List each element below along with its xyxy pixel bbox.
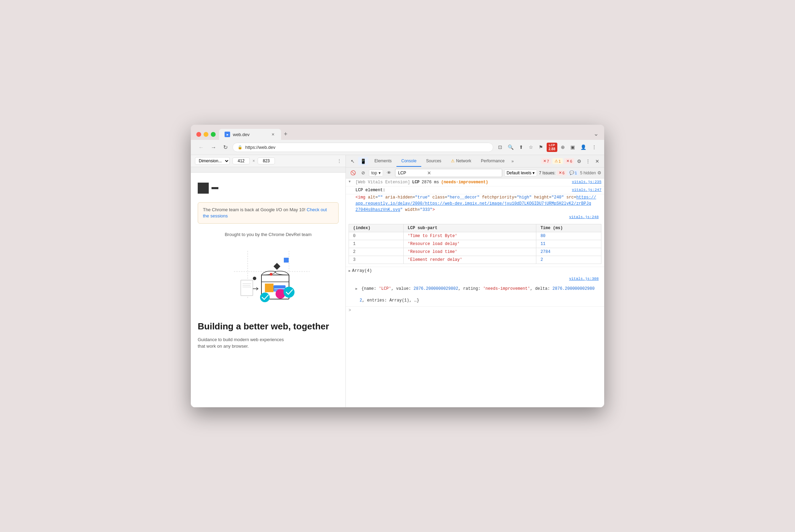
img-tag-content: <img alt="" aria-hidden="true" class="he… <box>355 195 596 200</box>
vitals-file-ref-1[interactable]: vitals.js:235 <box>572 180 601 184</box>
notification-banner: The Chrome team is back at Google I/O on… <box>198 202 339 224</box>
flag-button[interactable]: ⚑ <box>537 143 545 151</box>
img-src-attr: src <box>566 195 574 200</box>
vitals-file-ref-2[interactable]: vitals.js:247 <box>572 188 601 192</box>
console-filter-input[interactable] <box>398 171 426 175</box>
table-cell-time: 2784 <box>536 248 601 256</box>
notification-text: The Chrome team is back at Google I/O on… <box>203 207 306 212</box>
tab-performance[interactable]: Performance <box>476 156 509 167</box>
extensions-button[interactable]: ⊕ <box>559 143 567 151</box>
browser-tab[interactable]: ▸ web.dev ✕ <box>219 129 281 140</box>
table-row: 0'Time to First Byte'80 <box>349 232 601 240</box>
back-button[interactable]: ← <box>196 143 206 152</box>
console-toolbar: 🚫 ⊘ top ▾ 👁 ✕ Default levels ▾ 7 Issues: <box>346 167 604 178</box>
page-illustration <box>220 244 323 306</box>
img-src-link3[interactable]: 2704Hs8haszVnK.svg <box>355 207 400 212</box>
split-button[interactable]: ▣ <box>568 143 577 151</box>
close-window-button[interactable] <box>196 132 201 137</box>
devtools-actions: ✕ 7 ⚠ 1 ✕ 6 ⚙ ⋮ ✕ <box>541 157 601 165</box>
table-cell-time: 2 <box>536 256 601 264</box>
devtools-tabs: Elements Console Sources ⚠ Network Perfo… <box>370 156 540 167</box>
issues-settings-icon[interactable]: ⚙ <box>597 170 601 175</box>
console-prompt[interactable]: > <box>346 307 604 314</box>
log-levels-button[interactable]: Default levels ▾ <box>504 170 537 176</box>
share-button[interactable]: ⬆ <box>517 143 525 151</box>
tab-close-button[interactable]: ✕ <box>270 132 276 137</box>
filter-clear-button[interactable]: ✕ <box>427 170 431 176</box>
img-close-tag: > <box>432 207 435 212</box>
img-src-link2[interactable]: app.requestly.io/delay/2000/https://web-… <box>355 201 591 206</box>
eye-filter-button[interactable]: 👁 <box>385 169 393 176</box>
object-expand-button[interactable]: ▶ <box>355 287 358 291</box>
console-output[interactable]: ▼ vitals.js:235 [Web Vitals Extension] L… <box>346 178 604 407</box>
new-tab-button[interactable]: + <box>281 129 290 139</box>
subtext-line1: Guidance to build modern web experiences <box>198 337 284 342</box>
cast-button[interactable]: ⊡ <box>496 143 504 151</box>
reload-button[interactable]: ↻ <box>221 143 230 152</box>
svg-rect-13 <box>284 258 289 263</box>
search-button[interactable]: 🔍 <box>506 143 516 151</box>
array-expand-icon[interactable]: ▶ <box>349 269 351 273</box>
more-tabs-button[interactable]: » <box>509 156 516 166</box>
page-subtext: Guidance to build modern web experiences… <box>198 336 339 350</box>
viewport-height-input[interactable] <box>258 157 275 164</box>
device-emulation-button[interactable]: 📱 <box>358 157 368 165</box>
table-row: 1'Resource load delay'11 <box>349 240 601 248</box>
devtools-close-button[interactable]: ✕ <box>593 157 601 165</box>
console-entry-array: ▶ Array(4) <box>346 267 604 275</box>
devtools-more-button[interactable]: ⋮ <box>584 157 592 165</box>
img-src-end: 2704Hs8haszVnK.svg" width="333"> <box>355 207 435 212</box>
context-selector[interactable]: top ▾ <box>369 170 383 176</box>
viewport-width-input[interactable] <box>233 157 250 164</box>
img-fetch-val: "high" <box>517 195 531 200</box>
svg-point-19 <box>260 293 270 302</box>
img-width-val: "333" <box>420 207 432 212</box>
img-src-link[interactable]: https:// <box>576 195 596 200</box>
page-content: The Chrome team is back at Google I/O on… <box>191 173 345 407</box>
img-open-tag: <img <box>355 195 368 200</box>
address-bar[interactable]: 🔒 https://web.dev <box>233 143 493 152</box>
tab-sources[interactable]: Sources <box>421 156 446 167</box>
img-height-val: "240" <box>551 195 564 200</box>
dimension-more-icon[interactable]: ⋮ <box>337 158 341 163</box>
address-text: https://web.dev <box>245 145 488 150</box>
tab-network[interactable]: ⚠ Network <box>446 156 476 167</box>
error2-count: 6 <box>570 159 572 163</box>
console-entry-lcp-element: vitals.js:247 LCP element: <box>346 186 604 194</box>
lcp-badge-label: LCP <box>549 143 555 147</box>
dimension-preset-select[interactable]: Dimension... <box>195 157 230 165</box>
img-aria-attr: aria-hidden <box>385 195 412 200</box>
lcp-badge: LCP 2.88 <box>547 143 557 152</box>
inspect-element-button[interactable]: ↖ <box>349 157 357 165</box>
error-count: 7 <box>547 159 549 163</box>
table-row: 2'Resource load time'2784 <box>349 248 601 256</box>
bookmark-button[interactable]: ☆ <box>527 143 535 151</box>
devtools-settings-button[interactable]: ⚙ <box>576 157 583 165</box>
clear-console-button[interactable]: 🚫 <box>349 169 358 176</box>
stop-recording-button[interactable]: ⊘ <box>360 169 367 176</box>
error-badge: ✕ 7 <box>541 158 551 164</box>
devtools-panel: ↖ 📱 Elements Console Sources ⚠ Network <box>346 155 604 407</box>
vitals-file-ref-4[interactable]: vitals.js:308 <box>569 277 599 281</box>
maximize-window-button[interactable] <box>211 132 216 137</box>
forward-button[interactable]: → <box>209 143 218 152</box>
array-label: Array(4) <box>352 268 372 273</box>
illustration-area <box>220 244 317 313</box>
img-class-attr: class <box>432 195 445 200</box>
svg-point-10 <box>283 287 295 298</box>
vitals-file-ref-3[interactable]: vitals.js:248 <box>569 215 599 219</box>
window-chevron-icon[interactable]: ⌄ <box>593 130 599 137</box>
expand-icon[interactable]: ▼ <box>349 180 353 184</box>
minimize-window-button[interactable] <box>204 132 208 137</box>
avatar-button[interactable]: 👤 <box>578 143 588 151</box>
more-button[interactable]: ⋮ <box>590 143 599 151</box>
page-heading: Building a better web, together <box>198 321 339 332</box>
error-badge2: ✕ 6 <box>564 158 574 164</box>
hero-icon-area <box>198 180 218 197</box>
tab-elements[interactable]: Elements <box>370 156 396 167</box>
tab-console[interactable]: Console <box>396 156 421 167</box>
table-cell-subpart: 'Resource load delay' <box>403 240 536 248</box>
levels-label: Default levels <box>507 171 531 175</box>
table-row: 3'Element render delay'2 <box>349 256 601 264</box>
vitals-ms-value: 2876 ms <box>422 180 439 185</box>
